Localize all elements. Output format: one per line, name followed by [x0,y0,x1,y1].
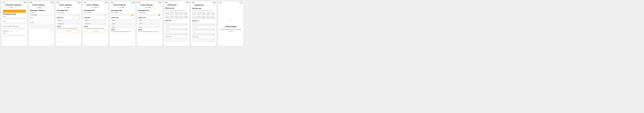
donasi-text-3: Ingin tambahkan detail donasi sekarang? [57,28,80,29]
action-label-hari-3: Jumlah hari [58,23,64,24]
tipe-clear-icon-4[interactable] [105,14,106,16]
icon-cell-7-10[interactable] [184,16,188,19]
chevron-down-icon: ▾ [52,14,52,16]
dropdown-tipe-7[interactable]: ▾ [165,23,188,26]
status-icons-9: ▪▪▪ ≋ ▐ [239,2,242,3]
input-phone[interactable] [3,27,26,30]
action-judul1-5[interactable]: Judul 1 › [111,19,134,22]
tambah-aksi-title-5: Tambah Aksi [111,17,119,18]
icon-cell-8-3[interactable] [202,12,206,15]
wifi-icon: ≋ [24,2,25,3]
back-button-4[interactable]: ← [84,4,85,6]
tipe-challenge-row-5[interactable]: ✓ [111,14,134,16]
icon-cell-8-8[interactable] [202,16,206,19]
action-judul1-3[interactable]: Judul 1 › [57,19,80,22]
back-button-8[interactable]: ← [192,4,194,6]
orange-progress-bar [3,10,26,13]
icon-cell-8-5[interactable] [211,12,215,15]
signal-icon-3: ▪▪▪ [77,2,78,3]
add-icon-5[interactable]: ⊕ [133,17,134,19]
icon-cell-7-5[interactable] [184,12,188,15]
icon-cell-7-1[interactable] [165,12,169,15]
wifi-icon-7: ≋ [186,2,187,3]
dropdown-tipe-8[interactable]: ▾ [192,24,215,26]
icon-cell-7-2[interactable] [170,12,174,15]
textarea-deskripsi[interactable] [30,24,53,29]
add-icon-4[interactable]: ⊕ [106,17,107,19]
dropdown-objek-7[interactable]: ▾ [165,33,188,36]
action-label-judul2-6: Judul 2 [139,23,142,24]
tambah-aksi-header-5: Tambah Aksi ⊕ [111,17,134,19]
icon-cell-8-2[interactable] [197,12,201,15]
icon-cell-7-7[interactable] [170,16,174,19]
dropdown-objek-8[interactable]: ▾ [192,33,215,36]
input-rekening-nama[interactable] [3,34,26,36]
action-hari-3[interactable]: Jumlah hari Hari [57,22,80,25]
action-judul1-6[interactable]: Judul 1 › [138,19,161,22]
select-campaign[interactable]: #ForChange ▾ [30,14,53,16]
status-bar-6: 9:41 ▪▪▪ ≋ ▐ [136,2,162,4]
content-6: Keterangan Aksi Tipe Challenge ✓ Tambah … [136,9,162,46]
dropdown-subjek-7[interactable]: ▾ [165,28,188,31]
action-judul3-6[interactable]: Judul 3 › [138,26,161,28]
header-title-5: Create Challenge [113,4,126,6]
action-judul3-5[interactable]: Judul 3 › [111,26,134,28]
back-button-7[interactable]: ← [165,4,166,6]
icon-cell-7-3[interactable] [174,12,179,15]
icon-cell-7-6[interactable] [165,16,169,19]
action-label-hari-4: Jumlah hari [85,23,90,24]
dropdown-subjek-8[interactable]: ▾ [192,28,215,31]
time-1: 9:41 [3,2,5,3]
instruksi-field-8[interactable] [192,38,215,42]
add-icon-6[interactable]: ⊕ [160,17,161,19]
chevron-down-icon-7c: ▾ [187,34,187,35]
time-8: 9:41 [192,2,194,3]
icon-cell-8-10[interactable] [211,16,215,19]
back-button-5[interactable]: ← [111,4,112,6]
icon-cell-8-7[interactable] [197,16,201,19]
tipe-challenge-row-3[interactable] [57,14,80,16]
icon-cell-8-6[interactable] [192,16,196,19]
tambah-aksi-title-6: Tambah Aksi [138,17,146,18]
action-hari-4[interactable]: Jumlah hari Hari [84,22,107,25]
back-button-3[interactable]: ← [57,4,58,6]
tipe-clear-icon-3[interactable] [78,14,79,16]
status-bar-3: 9:41 ▪▪▪ ≋ ▐ [56,2,82,4]
icon-cell-7-4[interactable] [179,12,184,15]
screen-4: 9:41 ▪▪▪ ≋ ▐ ← Create Challenge Keterang… [82,2,108,46]
instruksi-field-7[interactable] [165,38,188,42]
tipe-challenge-row-4[interactable] [84,14,107,16]
screen-6: 9:41 ▪▪▪ ≋ ▐ ← Create Challenge Keterang… [136,2,162,46]
action-judul2-6[interactable]: Judul 2 › [138,22,161,25]
back-button-2[interactable]: ← [30,4,31,6]
icon-cell-7-8[interactable] [174,16,179,19]
close-button-8[interactable]: ✕ [214,4,215,6]
progress-4 [82,6,108,9]
prog-2-dot-3 [42,7,43,8]
add-icon-3[interactable]: ⊕ [78,17,80,19]
header-title-1: Tambahkan Challenge [5,4,21,6]
tambahkan-btn-3[interactable]: Tambahkan [57,30,80,32]
back-button-1[interactable]: ← [3,4,4,6]
detail-aksi-title-4: Detail Aksi [84,17,90,18]
icon-cell-7-9[interactable] [179,16,184,19]
time-9: 9:41 [219,2,221,3]
input-nama[interactable] [3,17,26,20]
input-judul[interactable] [30,18,53,21]
resize-handle [52,24,52,25]
header-title-7: Tambah Aksi [167,4,177,6]
action-label-judul1-6: Judul 1 [139,20,142,21]
detail-aksi-title-7: Detail Aksi [165,20,188,21]
wifi-icon-8: ≋ [213,2,214,3]
icon-cell-8-1[interactable] [192,12,196,15]
tambahkan-btn-4[interactable]: Tambahkan [84,30,107,32]
action-judul2-5[interactable]: Judul 2 › [111,22,134,25]
screen-3: 9:41 ▪▪▪ ≋ ▐ ← Create Challenge Keterang… [56,2,82,46]
input-email[interactable] [3,22,26,25]
tipe-challenge-row-6[interactable]: ✓ [138,14,161,16]
action-judul1-4[interactable]: Judul 1 › [84,19,107,22]
back-button-6[interactable]: ← [138,4,140,6]
icon-cell-8-4[interactable] [206,12,210,15]
icon-cell-8-9[interactable] [206,16,210,19]
content-7: Pilih Ikon aksi Pilih salah satu ikon ya… [164,6,190,46]
